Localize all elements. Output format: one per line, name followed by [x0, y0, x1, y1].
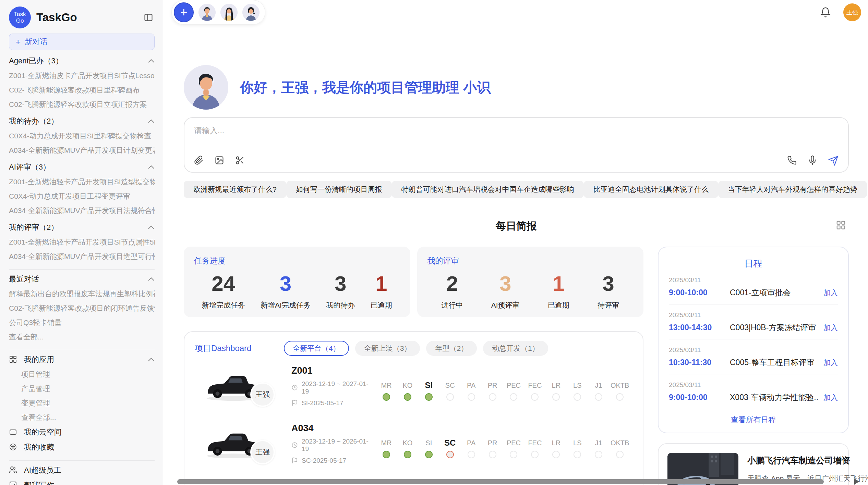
- logo-line2: Go: [16, 17, 24, 24]
- tab-new-body[interactable]: 全新上装（3）: [355, 341, 420, 356]
- star-badge-icon: [9, 443, 18, 452]
- divider: [9, 350, 155, 350]
- milestone-dot: [510, 393, 517, 401]
- section-ai-review[interactable]: AI评审（3）: [9, 160, 155, 175]
- list-item[interactable]: C02-飞腾新能源轻客改款项目的闭环通告反馈情况: [9, 301, 155, 315]
- list-item[interactable]: Z001-全新燃油轻卡产品开发项目SI造型提交物评审: [9, 175, 155, 189]
- scroll-right-arrow[interactable]: [854, 478, 859, 485]
- sidebar-item-change-mgmt[interactable]: 变更管理: [9, 396, 155, 410]
- agent-avatar-1[interactable]: [198, 4, 216, 21]
- milestone-dot: [446, 451, 454, 458]
- project-flag-date: SI-2025-05-17: [291, 399, 376, 407]
- horizontal-scrollbar[interactable]: [177, 479, 824, 484]
- scissors-icon[interactable]: [235, 156, 245, 166]
- project-image: 王强: [204, 370, 275, 402]
- send-icon[interactable]: [828, 156, 839, 166]
- tab-year-model[interactable]: 年型（2）: [426, 341, 477, 356]
- tab-new-platform[interactable]: 全新平台（4）: [284, 341, 349, 356]
- sidebar-item-ai-employee[interactable]: AI超级员工: [9, 463, 155, 478]
- favorites-label: 我的收藏: [24, 442, 54, 452]
- new-chat-button[interactable]: + 新对话: [9, 34, 155, 50]
- milestone-dot: [616, 393, 624, 401]
- list-item[interactable]: A034-全新新能源MUV产品开发项目法规符合性评审: [9, 203, 155, 218]
- user-avatar[interactable]: 王强: [843, 3, 861, 21]
- sidebar-item-help-write[interactable]: 帮我写作: [9, 478, 155, 485]
- suggestion-chips: 欧洲新规最近颁布了什么? 如何写一份清晰的项目周报 特朗普可能对进口汽车增税会对…: [184, 181, 849, 198]
- project-row[interactable]: 王强 A034 2023-12-19 ~ 2026-01-19: [195, 416, 632, 471]
- image-icon: [9, 481, 18, 485]
- tab-powertrain[interactable]: 动总开发（1）: [483, 341, 548, 356]
- microphone-icon[interactable]: [808, 156, 818, 166]
- sidebar-item-cloud-space[interactable]: 我的云空间: [9, 425, 155, 440]
- chevron-up-icon[interactable]: [148, 277, 155, 281]
- divider: [9, 460, 155, 461]
- chevron-up-icon[interactable]: [148, 165, 155, 169]
- sidebar-item-my-apps[interactable]: 我的应用: [9, 352, 155, 367]
- stat-new-done: 24 新增完成任务: [202, 272, 245, 310]
- section-my-review[interactable]: 我的评审（2）: [9, 220, 155, 235]
- project-code: A034: [291, 423, 376, 434]
- join-button[interactable]: 加入: [823, 288, 838, 298]
- list-item[interactable]: C0X4-动力总成开发项目工程变更评审: [9, 189, 155, 203]
- milestone-track: MR KO SI SC PA PR PEC FEC LR LS J1: [376, 438, 632, 449]
- cloud-space-label: 我的云空间: [24, 427, 62, 437]
- task-progress-card: 任务进度 24 新增完成任务 3 新增AI完成任务: [184, 247, 410, 317]
- add-agent-button[interactable]: +: [174, 2, 194, 22]
- news-card[interactable]: 小鹏飞行汽车制造公司增资 天眼查 App 显示，近日广州汇天飞行汽...: [658, 443, 849, 485]
- join-button[interactable]: 加入: [823, 358, 838, 368]
- agent-avatar-3[interactable]: [242, 4, 260, 21]
- dashboard-title: 项目Dashboard: [195, 343, 284, 354]
- image-upload-icon[interactable]: [215, 156, 225, 166]
- suggestion-chip[interactable]: 当下年轻人对汽车外观有怎样的喜好趋势: [718, 181, 867, 198]
- chevron-up-icon[interactable]: [148, 358, 155, 362]
- project-owner-badge: 王强: [250, 382, 275, 407]
- join-button[interactable]: 加入: [823, 393, 838, 402]
- list-item[interactable]: 公司Q3轻卡销量: [9, 315, 155, 330]
- sidebar-item-favorites[interactable]: 我的收藏: [9, 440, 155, 455]
- divider: [9, 269, 155, 270]
- view-all-schedule[interactable]: 查看所有日程: [669, 415, 838, 425]
- notification-bell-icon[interactable]: [820, 7, 831, 18]
- join-button[interactable]: 加入: [823, 323, 838, 333]
- section-agent-done[interactable]: Agent已办（3）: [9, 53, 155, 69]
- sidebar-collapse-icon[interactable]: [142, 11, 155, 24]
- suggestion-chip[interactable]: 比亚迪全固态电池计划具体说了什么: [584, 181, 718, 198]
- agent-avatar-2[interactable]: [220, 4, 238, 21]
- chevron-up-icon[interactable]: [148, 225, 155, 229]
- news-title: 小鹏飞行汽车制造公司增资: [747, 455, 868, 466]
- chevron-up-icon[interactable]: [148, 59, 155, 63]
- section-my-todo[interactable]: 我的待办（2）: [9, 114, 155, 129]
- list-item[interactable]: Z001-全新燃油皮卡产品开发项目SI节点Lesson Learn报告: [9, 69, 155, 83]
- phone-call-icon[interactable]: [787, 156, 797, 166]
- chevron-up-icon[interactable]: [148, 119, 155, 123]
- list-item[interactable]: A034-全新新能源MUV产品开发项目造型可行性评审: [9, 249, 155, 264]
- milestone-dot: [468, 451, 475, 458]
- list-item[interactable]: 解释最新出台的欧盟报废车法规再生塑料比例被调至15%...: [9, 287, 155, 301]
- list-item[interactable]: C0X4-动力总成开发项目SI里程碑提交物检查: [9, 129, 155, 143]
- sidebar-item-product-mgmt[interactable]: 产品管理: [9, 382, 155, 396]
- list-item[interactable]: C02-飞腾新能源轻客改款项目立项汇报方案: [9, 97, 155, 112]
- list-item[interactable]: A034-全新新能源MUV产品开发项目计划变更表编写: [9, 143, 155, 158]
- milestone-dot: [595, 393, 602, 401]
- sidebar-lists: Agent已办（3） Z001-全新燃油皮卡产品开发项目SI节点Lesson L…: [9, 53, 155, 485]
- suggestion-chip[interactable]: 特朗普可能对进口汽车增税会对中国车企造成哪些影响: [392, 181, 584, 198]
- sidebar-item-project-mgmt[interactable]: 项目管理: [9, 367, 155, 382]
- list-item[interactable]: Z001-全新燃油轻卡产品开发项目SI节点属性5D文件评审: [9, 235, 155, 249]
- suggestion-chip[interactable]: 如何写一份清晰的项目周报: [286, 181, 392, 198]
- project-row[interactable]: 王强 Z001 2023-12-19 ~ 2027-01-19: [195, 359, 632, 413]
- project-owner-badge: 王强: [250, 440, 275, 464]
- new-chat-label: 新对话: [25, 37, 47, 47]
- sidebar: Task Go TaskGo + 新对话 Agent已办（3） Z001-全新燃…: [0, 0, 163, 485]
- attachment-icon[interactable]: [194, 156, 204, 166]
- section-recent-chats[interactable]: 最近对话: [9, 272, 155, 287]
- view-all-apps[interactable]: 查看全部...: [9, 410, 155, 425]
- chat-input[interactable]: [194, 125, 839, 144]
- section-label: Agent已办（3）: [9, 56, 63, 66]
- daily-brief-title: 每日简报: [496, 219, 537, 233]
- view-all-recent[interactable]: 查看全部...: [9, 330, 155, 344]
- layout-grid-icon[interactable]: [836, 220, 846, 230]
- list-item[interactable]: C02-飞腾新能源轻客改款项目里程碑画布: [9, 83, 155, 97]
- greeting-row: 你好，王强，我是你的项目管理助理 小识: [184, 65, 849, 110]
- dashboard-tabs: 全新平台（4） 全新上装（3） 年型（2） 动总开发（1）: [284, 341, 548, 356]
- suggestion-chip[interactable]: 欧洲新规最近颁布了什么?: [184, 181, 286, 198]
